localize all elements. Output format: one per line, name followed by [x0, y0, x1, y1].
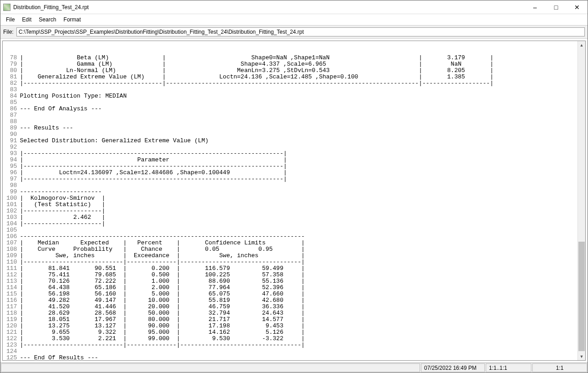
- text-editor[interactable]: 78 79 80 81 82 83 84 85 86 87 88 89 90 9…: [3, 41, 578, 360]
- minimize-button[interactable]: –: [525, 0, 546, 14]
- menu-file[interactable]: File: [2, 16, 18, 24]
- vertical-scrollbar[interactable]: ▲ ▼: [578, 41, 585, 360]
- editor-content[interactable]: | Beta (LM) | Shape0=NaN ,Shape1=NaN | 3…: [19, 54, 493, 360]
- file-path-bar: File:: [0, 25, 588, 39]
- app-window: Distribution_Fitting_Test_24.rpt – □ ✕ F…: [0, 0, 588, 373]
- status-zoom: 1:1: [532, 363, 587, 372]
- status-position: 1:1..1:1: [486, 363, 531, 372]
- menubar: File Edit Search Format: [0, 14, 588, 25]
- maximize-button[interactable]: □: [546, 0, 567, 14]
- file-label: File:: [3, 29, 14, 35]
- window-title: Distribution_Fitting_Test_24.rpt: [13, 4, 525, 10]
- statusbar: 07/25/2022 16:49 PM 1:1..1:1 1:1: [0, 363, 588, 373]
- menu-search[interactable]: Search: [35, 16, 60, 24]
- menu-edit[interactable]: Edit: [18, 16, 35, 24]
- close-button[interactable]: ✕: [567, 0, 588, 14]
- scroll-down-arrow[interactable]: ▼: [578, 352, 585, 360]
- file-path-input[interactable]: [16, 27, 585, 36]
- menu-format[interactable]: Format: [60, 16, 84, 24]
- window-buttons: – □ ✕: [525, 0, 588, 14]
- scroll-up-arrow[interactable]: ▲: [578, 41, 585, 49]
- status-datetime: 07/25/2022 16:49 PM: [421, 363, 485, 372]
- status-spacer: [1, 363, 420, 372]
- app-icon: [3, 4, 10, 11]
- line-number-gutter: 78 79 80 81 82 83 84 85 86 87 88 89 90 9…: [3, 54, 19, 360]
- editor-container: 78 79 80 81 82 83 84 85 86 87 88 89 90 9…: [2, 41, 586, 361]
- scroll-thumb[interactable]: [578, 242, 585, 351]
- titlebar: Distribution_Fitting_Test_24.rpt – □ ✕: [0, 0, 588, 14]
